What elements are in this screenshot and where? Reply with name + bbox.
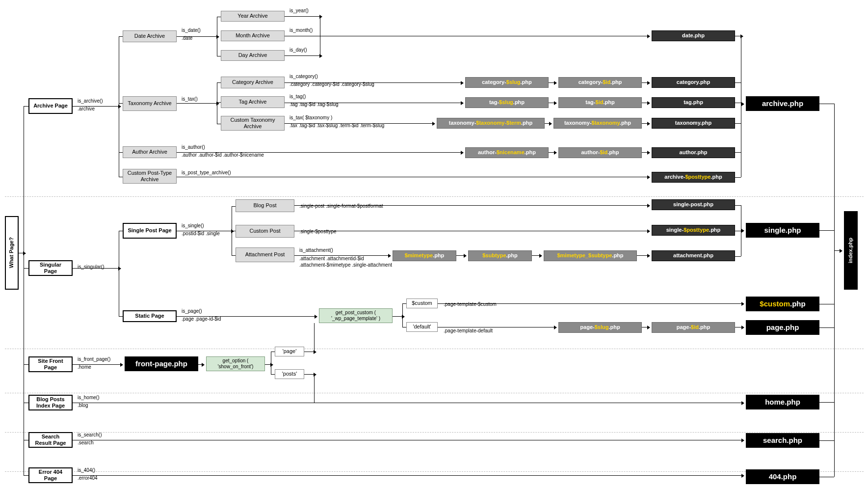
get-post-custom: get_post_custom ( '_wp_page_template' ) xyxy=(319,308,393,323)
category-slug-php: category-$slug.php xyxy=(465,77,549,88)
author-php: author.php xyxy=(652,147,735,158)
category-php: category.php xyxy=(652,77,735,88)
is-author-label: is_author() xyxy=(182,144,205,150)
page-class-label: .page .page-id-$id xyxy=(182,316,221,322)
day-archive: Day Archive xyxy=(221,50,285,61)
is-404-label: is_404() xyxy=(78,467,95,473)
archive-posttype-php: archive-$posttype.php xyxy=(652,172,735,183)
category-archive: Category Archive xyxy=(221,77,285,88)
static-page: Static Page xyxy=(123,310,177,322)
what-page-label: What Page? xyxy=(5,216,19,290)
is-day-label: is_day() xyxy=(289,47,307,53)
is-home-label: is_home() xyxy=(78,395,99,400)
single-posttype-php: single-$posttype.php xyxy=(652,225,735,236)
page-id-php: page-$id.php xyxy=(652,322,735,333)
single-class-label: .postid-$id .single xyxy=(182,231,220,236)
year-archive: Year Archive xyxy=(221,11,285,22)
subtype-php: $subtype.php xyxy=(468,250,532,261)
is-archive-label: is_archive() xyxy=(78,98,103,104)
author-archive: Author Archive xyxy=(123,146,177,158)
page-php: page.php xyxy=(746,320,819,335)
custom-php: $custom.php xyxy=(746,297,819,311)
blog-post-class-label: .single-post .single-format-$postformat xyxy=(299,203,383,209)
tag-id-php: tag-$id.php xyxy=(558,97,642,108)
posts-option: 'posts' xyxy=(275,369,304,379)
is-tax-taxonomy-label: is_tax( $taxonomy ) xyxy=(289,115,332,120)
taxonomy-php-var: taxonomy-$taxonomy.php xyxy=(553,118,642,129)
cpt-archive: Custom Post-Type Archive xyxy=(123,169,177,184)
error404-class-label: .error404 xyxy=(78,475,98,481)
tag-php: tag.php xyxy=(652,97,735,108)
is-single-label: is_single() xyxy=(182,223,204,228)
att-class-label: .attachment .attachmentid-$id .attachmen… xyxy=(299,255,397,268)
custom-tax-archive: Custom Taxonomy Archive xyxy=(221,116,285,131)
blog-class-label: .blog xyxy=(78,403,88,408)
is-month-label: is_month() xyxy=(289,27,313,33)
attachment-post: Attachment Post xyxy=(236,247,294,262)
archive-page: Archive Page xyxy=(28,98,73,114)
search-php: search.php xyxy=(746,433,819,448)
index-php: index.php xyxy=(844,211,858,290)
is-attachment-label: is_attachment() xyxy=(299,247,333,253)
archive-class-label: .archive xyxy=(78,106,95,111)
author-nicename-php: author-$nicename.php xyxy=(465,147,549,158)
single-post-page: Single Post Page xyxy=(123,223,177,239)
tag-archive: Tag Archive xyxy=(221,96,285,108)
is-search-label: is_search() xyxy=(78,432,102,437)
singular-page: Singular Page xyxy=(28,260,73,276)
mimetype-subtype-php: $mimetype_$subtype.php xyxy=(544,250,637,261)
get-option: get_option ( 'show_on_front') xyxy=(206,356,265,371)
home-class-label: .home xyxy=(78,364,91,370)
is-front-page-label: is_front_page() xyxy=(78,356,110,362)
taxonomy-archive: Taxonomy Archive xyxy=(123,96,177,111)
is-tag-label: is_tag() xyxy=(289,94,306,99)
custom-post: Custom Post xyxy=(236,225,294,238)
blog-index-page: Blog Posts Index Page xyxy=(28,395,73,410)
blog-post: Blog Post xyxy=(236,199,294,212)
tag-slug-php: tag-$slug.php xyxy=(465,97,549,108)
category-id-php: category-$id.php xyxy=(558,77,642,88)
author-class-label: .author .author-$id .author-$nicename xyxy=(182,152,264,158)
single-post-php: single-post.php xyxy=(652,199,735,210)
page-option: 'page' xyxy=(275,347,304,356)
is-date-label: is_date() xyxy=(182,27,201,33)
author-id-php: author-$id.php xyxy=(558,147,642,158)
page-template-custom-label: .page-template-$custom xyxy=(444,301,497,307)
error-404-page: Error 404 Page xyxy=(28,467,73,483)
custom-option: $custom xyxy=(406,299,438,308)
date-archive: Date Archive xyxy=(123,30,177,42)
archive-php: archive.php xyxy=(746,96,819,111)
search-class-label: .search xyxy=(78,440,94,445)
home-php: home.php xyxy=(746,395,819,409)
taxonomy-php: taxonomy.php xyxy=(652,118,735,129)
front-page-php: front-page.php xyxy=(125,356,198,371)
date-php: date.php xyxy=(652,30,735,41)
site-front-page: Site Front Page xyxy=(28,356,73,372)
is-category-label: is_category() xyxy=(289,74,318,79)
is-pt-archive-label: is_post_type_archive() xyxy=(182,170,231,175)
404-php: 404.php xyxy=(746,469,819,484)
page-slug-php: page-$slug.php xyxy=(558,322,642,333)
is-singular-label: is_singular() xyxy=(78,264,104,270)
month-archive: Month Archive xyxy=(221,30,285,41)
attachment-php: attachment.php xyxy=(652,250,735,261)
is-tax-label: is_tax() xyxy=(182,96,198,102)
mimetype-php: $mimetype.php xyxy=(393,250,456,261)
single-php: single.php xyxy=(746,223,819,238)
taxonomy-term-php: taxonomy-$taxonomy-$term.php xyxy=(437,118,545,129)
custom-post-class-label: .single-$posttype xyxy=(299,229,337,234)
default-option: 'default' xyxy=(406,322,438,332)
search-result-page: Search Result Page xyxy=(28,432,73,448)
is-year-label: is_year() xyxy=(289,8,309,13)
page-template-default-label: .page-template-default xyxy=(444,328,493,333)
is-page-label: is_page() xyxy=(182,308,202,314)
